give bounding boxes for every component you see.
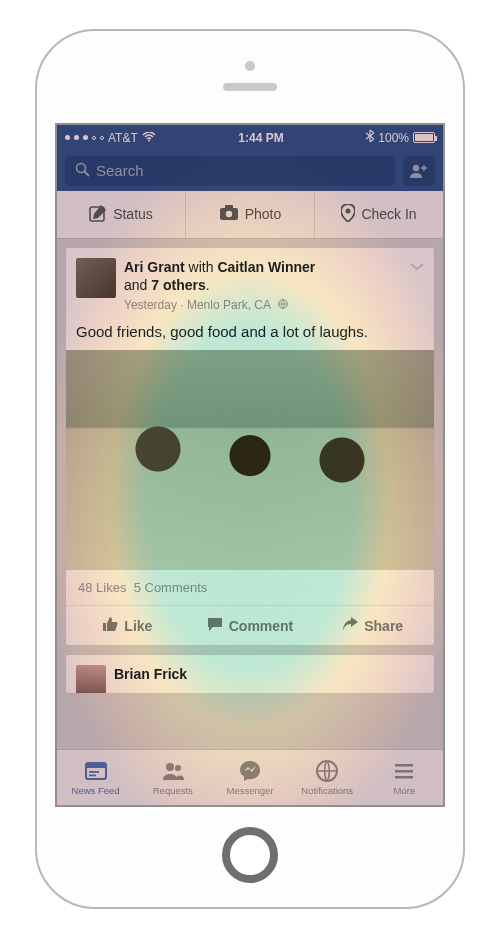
tab-news-feed[interactable]: News Feed — [57, 750, 134, 805]
svg-point-3 — [413, 164, 419, 170]
search-icon — [75, 162, 90, 180]
svg-rect-8 — [225, 205, 233, 209]
avatar[interactable] — [76, 258, 116, 298]
post-author: Brian Frick — [114, 666, 187, 682]
home-button[interactable] — [222, 827, 278, 883]
svg-point-9 — [226, 210, 232, 216]
friends-button[interactable] — [403, 156, 435, 186]
svg-point-10 — [346, 208, 351, 213]
tab-more[interactable]: More — [366, 750, 443, 805]
chevron-down-icon[interactable] — [410, 258, 424, 274]
post-card[interactable]: Ari Grant with Caitlan Winner and 7 othe… — [65, 247, 435, 647]
comment-icon — [207, 617, 223, 635]
svg-point-16 — [166, 763, 174, 771]
svg-rect-15 — [89, 774, 96, 776]
like-icon — [102, 616, 118, 635]
share-icon — [342, 617, 358, 634]
composer-status[interactable]: Status — [57, 191, 186, 238]
svg-point-17 — [175, 765, 181, 771]
post-stats[interactable]: 48 Likes 5 Comments — [66, 570, 434, 606]
tab-bar: News Feed Requests Messenger Notificatio… — [57, 749, 443, 805]
post-body: Good friends, good food and a lot of lau… — [66, 323, 434, 350]
feed-area: Ari Grant with Caitlan Winner and 7 othe… — [57, 239, 443, 695]
phone-sensor — [245, 61, 255, 71]
status-bar: AT&T 1:44 PM 100% — [57, 125, 443, 151]
composer-photo[interactable]: Photo — [186, 191, 315, 238]
camera-icon — [219, 205, 239, 224]
clock: 1:44 PM — [238, 131, 283, 145]
compose-icon — [89, 204, 107, 225]
battery-icon — [413, 132, 435, 143]
tab-messenger[interactable]: Messenger — [211, 750, 288, 805]
share-button[interactable]: Share — [311, 606, 434, 645]
svg-rect-21 — [395, 776, 413, 779]
bluetooth-icon — [366, 130, 374, 145]
svg-point-1 — [77, 163, 86, 172]
battery-pct: 100% — [378, 131, 409, 145]
pin-icon — [341, 204, 355, 225]
search-bar: Search — [57, 151, 443, 191]
svg-rect-14 — [89, 771, 99, 773]
post-card[interactable]: Brian Frick — [65, 654, 435, 694]
post-actions: Like Comment Share — [66, 606, 434, 645]
carrier-label: AT&T — [108, 131, 138, 145]
svg-rect-20 — [395, 770, 413, 773]
avatar[interactable] — [76, 665, 106, 694]
svg-rect-13 — [86, 763, 106, 768]
svg-point-0 — [148, 139, 150, 141]
composer-bar: Status Photo Check In — [57, 191, 443, 239]
svg-rect-19 — [395, 764, 413, 767]
post-headline: Ari Grant with Caitlan Winner and 7 othe… — [124, 258, 402, 296]
wifi-icon — [142, 131, 156, 145]
composer-checkin[interactable]: Check In — [315, 191, 443, 238]
svg-line-2 — [85, 171, 90, 176]
post-photo[interactable] — [66, 350, 434, 570]
search-placeholder: Search — [96, 162, 144, 179]
comment-button[interactable]: Comment — [189, 606, 312, 645]
post-meta: Yesterday · Menlo Park, CA — [124, 297, 402, 313]
phone-speaker — [223, 83, 277, 91]
screen: AT&T 1:44 PM 100% Search — [55, 123, 445, 807]
tab-notifications[interactable]: Notifications — [289, 750, 366, 805]
search-input[interactable]: Search — [65, 156, 395, 186]
phone-frame: AT&T 1:44 PM 100% Search — [35, 29, 465, 909]
globe-icon — [278, 298, 288, 312]
like-button[interactable]: Like — [66, 606, 189, 645]
tab-requests[interactable]: Requests — [134, 750, 211, 805]
